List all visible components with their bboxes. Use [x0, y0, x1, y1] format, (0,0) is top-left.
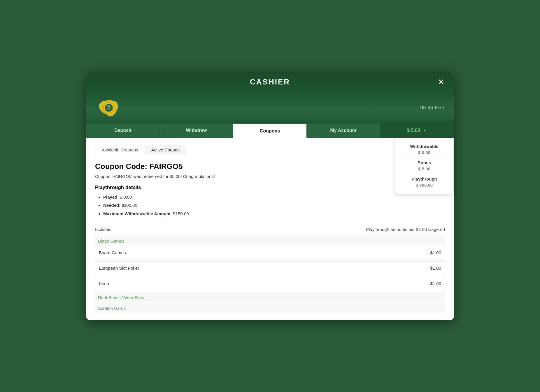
max-withdraw-value: $150.00	[173, 211, 189, 216]
bonus-row: Bonus $ 5.00	[395, 158, 453, 174]
balance-caret: ▼	[423, 128, 427, 133]
needed-label: Needed	[103, 203, 119, 208]
casino-bar: Fair Go Fair Go casino 08:46 EST	[86, 92, 454, 123]
game-amount-board-games: $1.00	[430, 250, 441, 255]
game-row-board-games: Board Games $1.00	[95, 246, 445, 259]
bonus-label: Bonus	[401, 160, 447, 165]
coupon-tabs: Available Coupons Active Coupon	[95, 145, 445, 155]
playthrough-label: Playthrough	[401, 176, 447, 181]
svg-text:Fair: Fair	[107, 105, 111, 107]
tab-withdraw[interactable]: Withdraw	[160, 123, 233, 138]
category-bingo-games: Bingo Games	[95, 236, 445, 245]
tab-my-account[interactable]: My Account	[307, 123, 380, 138]
max-withdraw-label: Maximum Withdrawable Amount	[103, 211, 171, 216]
balance-dropdown: Withdrawable $ 0.00 Bonus $ 5.00 Playthr…	[395, 138, 453, 194]
category-real-series: Real-Series Video Slots	[95, 292, 445, 302]
needed-item: Needed: $300.00	[103, 202, 445, 209]
casino-logo: Fair Go Fair Go casino	[95, 97, 121, 119]
nav-tabs: Deposit Withdraw Coupons My Account $ 5.…	[86, 123, 454, 138]
game-name-board-games: Board Games	[99, 250, 126, 255]
playthrough-row: Playthrough $ 300.00	[395, 174, 453, 190]
balance-amount: $ 5.00	[407, 128, 420, 133]
tab-active-coupon[interactable]: Active Coupon	[145, 145, 187, 155]
close-button[interactable]: ✕	[435, 77, 447, 87]
withdrawable-label: Withdrawable	[401, 144, 447, 149]
played-item: Played: $ 0.00	[103, 194, 445, 201]
playthrough-amount: $ 300.00	[416, 183, 433, 188]
tab-balance[interactable]: $ 5.00 ▼ Withdrawable $ 0.00 Bonus $ 5.0…	[380, 123, 454, 138]
withdrawable-amount: $ 0.00	[418, 150, 430, 155]
modal-header: CASHIER ✕	[86, 72, 454, 92]
tab-coupons[interactable]: Coupons	[233, 123, 307, 138]
max-withdraw-item: Maximum Withdrawable Amount: $150.00	[103, 211, 445, 217]
played-value: $ 0.00	[120, 195, 132, 199]
tab-available-coupons[interactable]: Available Coupons	[95, 145, 145, 155]
cashier-modal: CASHIER ✕ Fair Go Fair Go casi	[86, 72, 454, 320]
game-table: Included Playthrough amounts per $1.00 w…	[95, 224, 445, 312]
game-name-keno: Keno	[99, 281, 109, 286]
playthrough-list: Played: $ 0.00 Needed: $300.00 Maximum W…	[95, 194, 445, 217]
table-header: Included Playthrough amounts per $1.00 w…	[95, 224, 445, 234]
coupon-message: Coupon 'FAIRGO5' was redeemed for $5.00!…	[95, 174, 445, 179]
logo-icon: Fair Go Fair Go casino	[95, 97, 121, 119]
played-label: Played	[103, 195, 117, 199]
coupon-code-title: Coupon Code: FAIRGO5	[95, 162, 445, 171]
needed-value: $300.00	[122, 203, 137, 208]
col-included: Included	[95, 227, 112, 232]
game-amount-european-slot-poker: $1.00	[430, 266, 441, 271]
category-scratch-cards: Scratch Cards	[95, 303, 445, 312]
col-playthrough: Playthrough amounts per $1.00 wagered	[366, 227, 445, 232]
game-row-european-slot-poker: European Slot Poker $1.00	[95, 261, 445, 275]
bonus-amount: $ 5.00	[418, 166, 430, 171]
game-amount-keno: $1.00	[430, 281, 441, 286]
game-name-european-slot-poker: European Slot Poker	[99, 266, 139, 271]
svg-text:Go: Go	[107, 108, 110, 110]
game-row-keno: Keno $1.00	[95, 277, 445, 290]
modal-title: CASHIER	[250, 77, 290, 86]
playthrough-title: Playthrough details	[95, 185, 445, 190]
time-display: 08:46 EST	[420, 105, 445, 110]
withdrawable-row: Withdrawable $ 0.00	[395, 142, 453, 158]
tab-deposit[interactable]: Deposit	[86, 123, 160, 138]
